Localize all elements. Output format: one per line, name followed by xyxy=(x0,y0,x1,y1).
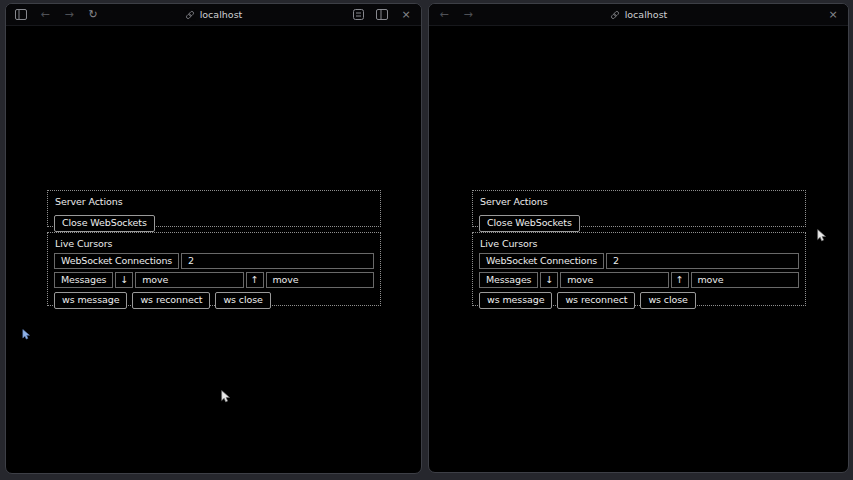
browser-window-right: ← → localhost × Server Actions Close Web… xyxy=(428,3,849,473)
received-arrow-icon: ↓ xyxy=(115,272,133,288)
connections-row: WebSocket Connections 2 xyxy=(479,253,799,269)
messages-row: Messages ↓ move ↑ move xyxy=(54,272,374,288)
link-icon xyxy=(185,10,195,20)
forward-icon[interactable]: → xyxy=(462,9,474,21)
messages-label: Messages xyxy=(54,272,113,288)
back-icon[interactable]: ← xyxy=(39,9,51,21)
server-actions-panel: Server Actions Close WebSockets xyxy=(47,190,381,227)
ws-message-button[interactable]: ws message xyxy=(479,292,552,309)
connections-label: WebSocket Connections xyxy=(54,253,179,269)
ws-close-button[interactable]: ws close xyxy=(215,292,270,309)
connections-label: WebSocket Connections xyxy=(479,253,604,269)
live-cursors-panel: Live Cursors WebSocket Connections 2 Mes… xyxy=(472,232,806,306)
received-message-value: move xyxy=(560,272,669,288)
browser-window-left: ← → ↻ localhost × Server Actions Close W… xyxy=(5,3,422,474)
panel-title: Live Cursors xyxy=(55,238,374,249)
live-cursors-panel: Live Cursors WebSocket Connections 2 Mes… xyxy=(47,232,381,306)
ws-buttons-row: ws message ws reconnect ws close xyxy=(54,292,374,309)
server-actions-panel: Server Actions Close WebSockets xyxy=(472,190,806,227)
connections-value: 2 xyxy=(606,253,799,269)
received-message-value: move xyxy=(135,272,244,288)
panel-title: Server Actions xyxy=(480,196,799,207)
titlebar-right-controls: × xyxy=(352,9,412,21)
address-title: localhost xyxy=(429,4,848,25)
messages-label: Messages xyxy=(479,272,538,288)
page-url: localhost xyxy=(200,9,243,20)
sent-message-value: move xyxy=(691,272,800,288)
split-view-icon[interactable] xyxy=(376,9,388,21)
back-icon[interactable]: ← xyxy=(438,9,450,21)
close-websockets-button[interactable]: Close WebSockets xyxy=(479,215,580,232)
sidebar-toggle-icon[interactable] xyxy=(15,9,27,21)
close-icon[interactable]: × xyxy=(400,9,412,21)
sent-arrow-icon: ↑ xyxy=(671,272,689,288)
link-icon xyxy=(610,10,620,20)
ws-reconnect-button[interactable]: ws reconnect xyxy=(557,292,635,309)
messages-row: Messages ↓ move ↑ move xyxy=(479,272,799,288)
forward-icon[interactable]: → xyxy=(63,9,75,21)
titlebar-left-controls: ← → xyxy=(438,9,474,21)
reader-view-icon[interactable] xyxy=(352,9,364,21)
panel-title: Live Cursors xyxy=(480,238,799,249)
titlebar-left-controls: ← → ↻ xyxy=(15,9,99,21)
ws-reconnect-button[interactable]: ws reconnect xyxy=(132,292,210,309)
reload-icon[interactable]: ↻ xyxy=(87,9,99,21)
titlebar: ← → localhost × xyxy=(429,4,848,26)
ws-close-button[interactable]: ws close xyxy=(640,292,695,309)
titlebar: ← → ↻ localhost × xyxy=(6,4,421,26)
close-websockets-button[interactable]: Close WebSockets xyxy=(54,215,155,232)
ws-buttons-row: ws message ws reconnect ws close xyxy=(479,292,799,309)
sent-message-value: move xyxy=(266,272,375,288)
close-icon[interactable]: × xyxy=(827,9,839,21)
sent-arrow-icon: ↑ xyxy=(246,272,264,288)
ws-message-button[interactable]: ws message xyxy=(54,292,127,309)
connections-row: WebSocket Connections 2 xyxy=(54,253,374,269)
connections-value: 2 xyxy=(181,253,374,269)
received-arrow-icon: ↓ xyxy=(540,272,558,288)
titlebar-right-controls: × xyxy=(827,9,839,21)
panel-title: Server Actions xyxy=(55,196,374,207)
page-url: localhost xyxy=(625,9,668,20)
